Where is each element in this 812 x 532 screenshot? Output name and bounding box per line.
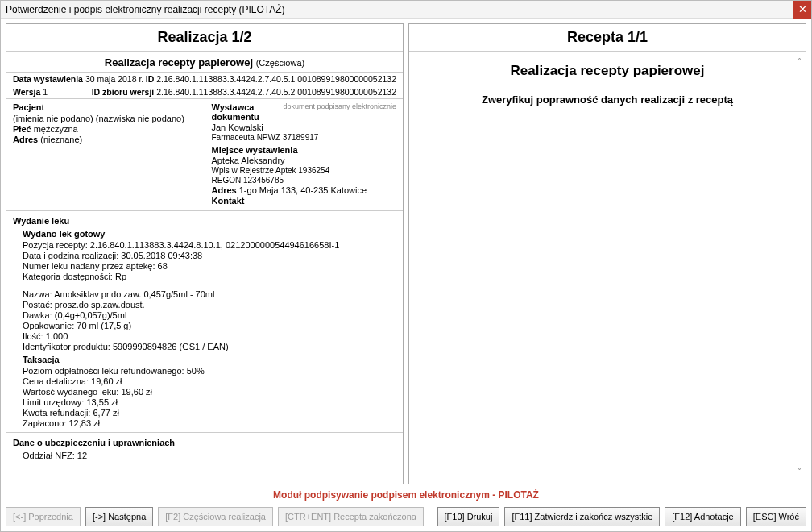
nfz-value: 12 <box>77 451 87 460</box>
id-label: ID <box>146 74 155 84</box>
date-value: 30 maja 2018 r. <box>85 74 143 84</box>
meta-row-1: Data wystawienia 30 maja 2018 r. ID 2.16… <box>6 73 403 85</box>
prev-button: [<-] Poprzednia <box>6 507 81 526</box>
form-value: prosz.do sp.zaw.doust. <box>55 300 145 310</box>
insurance-title: Dane o ubezpieczeniu i uprawnieniach <box>13 438 396 447</box>
pos-label: Pozycja recepty: <box>23 240 88 250</box>
nfz-label: Oddział NFZ: <box>23 451 75 460</box>
window-title: Potwierdzenie i podpis elektroniczny rea… <box>6 4 285 15</box>
version-value: 1 <box>43 87 48 97</box>
pid-value: 5909990894826 (GS1 / EAN) <box>113 342 229 351</box>
dose-value: (0,4g+0,057g)/5ml <box>55 310 127 320</box>
place-heading: Miejsce wystawienia <box>212 145 397 155</box>
limit-value: 13,55 zł <box>86 397 118 407</box>
right-title: Realizacja recepty papierowej <box>409 52 806 87</box>
name-label: Nazwa: <box>23 289 52 299</box>
issuer-addr-label: Adres <box>212 185 237 195</box>
qty-label: Ilość: <box>23 331 44 341</box>
left-pane-body: Realizacja recepty papierowej (Częściowa… <box>6 52 403 484</box>
regon: REGON 123456785 <box>212 176 397 185</box>
dt-label: Data i godzina realizacji: <box>23 251 118 260</box>
patient-sex-label: Płeć <box>13 124 31 134</box>
left-subtitle-text: Realizacja recepty papierowej <box>105 56 253 69</box>
dispense-title: Wydanie leku <box>13 216 396 226</box>
pos-value: 2.16.840.1.113883.3.4424.8.10.1, 0212000… <box>90 240 340 250</box>
scroll-down-icon[interactable]: ˅ <box>797 466 802 479</box>
vset-value: 2.16.840.1.113883.3.4424.2.7.40.5.2 0010… <box>156 87 396 97</box>
paid-label: Zapłacono: <box>23 418 66 428</box>
dispense-section: Wydanie leku Wydano lek gotowy Pozycja r… <box>6 211 403 433</box>
place-name: Apteka Aleksandry <box>212 156 397 165</box>
titlebar: Potwierdzenie i podpis elektroniczny rea… <box>1 1 811 19</box>
patient-heading: Pacjent <box>13 102 198 112</box>
vset-label: ID zbioru wersji <box>92 87 155 97</box>
left-pane-header: Realizacja 1/2 <box>6 24 403 52</box>
issuer-name: Jan Kowalski <box>212 123 397 132</box>
refamt-label: Kwota refundacji: <box>23 408 90 418</box>
paid-value: 12,83 zł <box>69 418 101 428</box>
version-label: Wersja <box>13 87 40 97</box>
back-button[interactable]: [ESC] Wróć <box>746 507 806 526</box>
num-value: 68 <box>158 261 168 271</box>
right-pane-body: ˄ Realizacja recepty papierowej Zweryfik… <box>409 52 806 484</box>
next-button[interactable]: [->] Następna <box>85 507 153 526</box>
value-value: 19,60 zł <box>122 387 153 397</box>
pack-value: 70 ml (17,5 g) <box>77 321 131 330</box>
right-pane: Recepta 1/1 ˄ Realizacja recepty papiero… <box>408 23 806 484</box>
qty-value: 1,000 <box>46 331 68 341</box>
insurance-section: Dane o ubezpieczeniu i uprawnieniach Odd… <box>6 433 403 464</box>
left-subtitle-suffix: (Częściowa) <box>256 58 305 68</box>
print-button[interactable]: [F10] Drukuj <box>437 507 500 526</box>
signature-note: dokument podpisany elektronicznie <box>283 102 396 110</box>
name-value: Amoksiklav pr.do zaw. 0,457g/5ml - 70ml <box>54 289 214 299</box>
content-area: EZDRO Realizacja 1/2 Realizacja recepty … <box>1 19 811 484</box>
cat-value: Rp <box>115 272 126 281</box>
id-value: 2.16.840.1.113883.3.4424.2.7.40.5.1 0010… <box>156 74 396 84</box>
done-button: [CTR+ENT] Recepta zakończona <box>278 507 424 526</box>
price-value: 19,60 zł <box>91 376 122 386</box>
partial-button: [F2] Częściowa realizacja <box>158 507 273 526</box>
num-label: Numer leku nadany przez aptekę: <box>23 261 155 271</box>
issuer-heading: Wystawca dokumentu <box>212 102 259 122</box>
scroll-up-icon[interactable]: ˄ <box>797 56 802 69</box>
button-bar: [<-] Poprzednia [->] Następna [F2] Częśc… <box>1 504 811 531</box>
patient-issuer-row: Pacjent (imienia nie podano) (nazwiska n… <box>6 99 403 211</box>
price-label: Cena detaliczna: <box>23 376 89 386</box>
close-button[interactable]: ✕ <box>793 1 811 19</box>
right-message: Zweryfikuj poprawność danych realizacji … <box>409 87 806 112</box>
date-label: Data wystawienia <box>13 74 83 84</box>
patient-addr-label: Adres <box>13 135 38 144</box>
limit-label: Limit urzędowy: <box>23 397 84 407</box>
left-subtitle: Realizacja recepty papierowej (Częściowa… <box>6 52 403 73</box>
issuer-npwz: Farmaceuta NPWZ 37189917 <box>212 133 397 142</box>
contact-label: Kontakt <box>212 196 245 206</box>
refund-value: 50% <box>187 366 205 376</box>
right-pane-header: Recepta 1/1 <box>409 24 806 52</box>
value-label: Wartość wydanego leku: <box>23 387 118 397</box>
meta-row-2: Wersja 1 ID zbioru wersji 2.16.840.1.113… <box>6 85 403 99</box>
issuer-col: dokument podpisany elektronicznie Wystaw… <box>205 99 404 210</box>
main-window: Potwierdzenie i podpis elektroniczny rea… <box>0 0 812 532</box>
ready-title: Wydano lek gotowy <box>23 229 396 239</box>
patient-sex-value: mężczyzna <box>34 124 78 134</box>
module-line: Moduł podpisywanie podpisem elektroniczn… <box>1 484 811 504</box>
approve-all-button[interactable]: [F11] Zatwierdz i zakończ wszystkie <box>504 507 660 526</box>
refund-label: Poziom odpłatności leku refundowanego: <box>23 366 184 376</box>
left-pane: Realizacja 1/2 Realizacja recepty papier… <box>6 23 404 484</box>
issuer-addr-value: 1-go Maja 133, 40-235 Katowice <box>239 185 367 195</box>
registry: Wpis w Rejestrze Aptek 1936254 <box>212 166 397 175</box>
patient-addr-value: (nieznane) <box>40 135 82 144</box>
dt-value: 30.05.2018 09:43:38 <box>121 251 202 260</box>
annotations-button[interactable]: [F12] Adnotacje <box>665 507 740 526</box>
tax-title: Taksacja <box>23 355 396 364</box>
refamt-value: 6,77 zł <box>93 408 118 418</box>
form-label: Postać: <box>23 300 52 310</box>
pid-label: Identyfikator produktu: <box>23 342 110 351</box>
dose-label: Dawka: <box>23 310 52 320</box>
cat-label: Kategoria dostępności: <box>23 272 113 281</box>
pack-label: Opakowanie: <box>23 321 74 330</box>
patient-name: (imienia nie podano) (nazwiska nie podan… <box>13 114 198 123</box>
patient-col: Pacjent (imienia nie podano) (nazwiska n… <box>6 99 205 210</box>
